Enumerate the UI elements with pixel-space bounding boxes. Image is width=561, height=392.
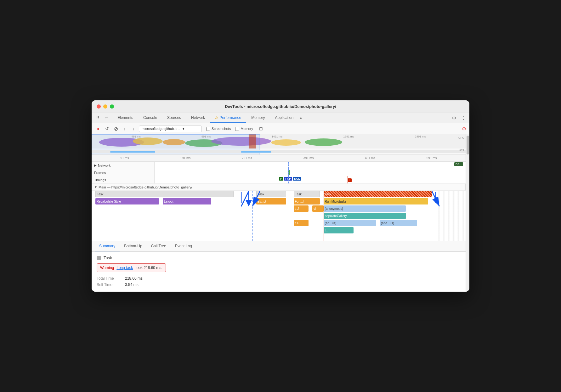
an-us-block[interactable]: (an...us) (324, 220, 376, 226)
scrollbar[interactable] (466, 134, 469, 292)
task-block-3[interactable]: Task (294, 191, 320, 197)
self-time-row: Self Time 3.54 ms (97, 282, 461, 288)
main-track-label[interactable]: ▼ Main — https://microsoftedge.github.io… (92, 184, 466, 190)
red-line-timings (348, 176, 348, 183)
ano-us-block[interactable]: (ano...us) (380, 220, 417, 226)
main-expand-icon[interactable]: ▼ (94, 185, 97, 189)
populate-gallery-block[interactable]: populateGallery (324, 213, 406, 219)
long-task-link[interactable]: Long task (116, 266, 133, 270)
task-block-1[interactable]: Task (95, 191, 234, 197)
window-title: DevTools - microsoftedge.github.io/Demos… (225, 104, 336, 109)
ruler-bottom-4: 391 ms (303, 156, 314, 160)
tab-performance[interactable]: ⚠ ⚠ PerformancePerformance (210, 113, 246, 123)
close-button[interactable] (97, 104, 101, 109)
track-main-header: ▼ Main — https://microsoftedge.github.io… (92, 184, 466, 191)
ti-j-block[interactable]: ti.J (294, 205, 309, 212)
device-icon[interactable]: ▭ (103, 115, 110, 121)
screenshots-checkbox[interactable]: Screenshots (206, 127, 231, 131)
frames-track-content[interactable] (155, 169, 466, 176)
inspect-icon[interactable]: ⠿ (94, 115, 101, 121)
task-color-swatch (97, 256, 101, 260)
svg-rect-12 (110, 151, 155, 153)
dashed-line (288, 162, 289, 169)
total-time-row: Total Time 218.60 ms (97, 275, 461, 282)
tab-bar: ⠿ ▭ Elements Console Sources Network ⚠ ⚠… (92, 113, 469, 123)
svg-point-6 (271, 139, 301, 146)
tab-console[interactable]: Console (138, 113, 162, 123)
f-block[interactable]: f... (324, 227, 354, 233)
ruler-mark-4: 1991 ms (343, 135, 354, 138)
tab-summary[interactable]: Summary (95, 241, 120, 251)
bottom-tabs: Summary Bottom-Up Call Tree Event Log (92, 241, 466, 252)
url-display[interactable]: microsoftedge.github.io ... ▾ (139, 126, 202, 132)
gear-icon[interactable]: ⚙ (450, 115, 457, 121)
tab-network[interactable]: Network (186, 113, 210, 123)
ruler-mark-1: 491 ms (132, 135, 141, 138)
flame-row-5: ti.F (an...us) (ano...us) (92, 220, 466, 227)
flamechart[interactable]: Task Task Task Task Recalculate Style La… (92, 191, 466, 241)
vi-block[interactable]: vi (312, 205, 324, 212)
url-text: microsoftedge.github.io ... (142, 127, 181, 131)
maximize-button[interactable] (110, 104, 114, 109)
frames-track-label[interactable]: Frames (92, 169, 155, 176)
timeline-overview[interactable]: CPU NET 491 ms 991 ms 1491 ms 1991 ms 24… (92, 134, 466, 155)
layout-block[interactable]: Layout (163, 198, 211, 204)
tab-memory[interactable]: Memory (246, 113, 270, 123)
dashed-line-timings (288, 176, 289, 183)
ruler-bottom-1: 91 ms (120, 156, 129, 160)
performance-toolbar: ● ↺ ⊘ ↑ ↓ microsoftedge.github.io ... ▾ … (92, 123, 469, 134)
tab-call-tree[interactable]: Call Tree (147, 241, 171, 251)
network-track-label[interactable]: ▶ Network (92, 162, 155, 169)
timeline-ruler: 91 ms 191 ms 291 ms 391 ms 491 ms 591 ms (92, 155, 466, 162)
recalc-style-block[interactable]: Recalculate Style (95, 198, 159, 204)
warning-label: Warning (100, 266, 114, 270)
download-button[interactable]: ↓ (130, 125, 137, 132)
upload-button[interactable]: ↑ (121, 125, 128, 132)
dashed-line-flame (252, 191, 253, 241)
fun-ll-block[interactable]: Fun...ll (294, 198, 320, 204)
tab-application[interactable]: Application (270, 113, 299, 123)
timeline-overview-container: CPU NET 491 ms 991 ms 1491 ms 1991 ms 24… (92, 134, 466, 241)
ruler-mark-5: 2491 ms (415, 135, 426, 138)
traffic-lights (97, 104, 114, 109)
scrollbar-thumb[interactable] (467, 136, 469, 154)
network-expand-icon[interactable]: ▶ (94, 164, 97, 167)
ruler-mark-3: 1491 ms (272, 135, 283, 138)
flame-row-2: Recalculate Style Layout Ev...pt Fun...l… (92, 198, 466, 205)
net-label: NET (459, 149, 464, 152)
timings-track-label[interactable]: Timings (92, 176, 155, 183)
tab-sources[interactable]: Sources (162, 113, 186, 123)
run-microtasks-block[interactable]: Run Microtasks (324, 198, 428, 204)
red-line-flame (324, 191, 324, 241)
l-timing-area: L (348, 177, 352, 182)
more-options-icon[interactable]: ⋮ (460, 115, 467, 121)
flame-row-6: f... (92, 227, 466, 234)
task-block-long[interactable]: Task (324, 191, 432, 197)
clear-button[interactable]: ⊘ (112, 125, 119, 132)
total-time-label: Total Time (97, 276, 122, 281)
network-track-content[interactable]: DS... (155, 162, 466, 169)
capture-screenshot-icon[interactable]: ⊞ (258, 125, 264, 132)
ruler-bottom-5: 491 ms (365, 156, 375, 160)
performance-settings-icon[interactable]: ⚙ (462, 126, 466, 132)
bottom-panel: Summary Bottom-Up Call Tree Event Log Ta… (92, 241, 466, 292)
flame-row-3: ti.J (anonymous) vi (92, 205, 466, 212)
tab-elements[interactable]: Elements (112, 113, 138, 123)
memory-checkbox[interactable]: Memory (235, 127, 253, 131)
url-dropdown-icon[interactable]: ▾ (183, 127, 184, 131)
tab-bottom-up[interactable]: Bottom-Up (120, 241, 146, 251)
p-badge: P (279, 177, 283, 181)
devtools-window: DevTools - microsoftedge.github.io/Demos… (92, 100, 469, 292)
tab-event-log[interactable]: Event Log (171, 241, 196, 251)
reload-button[interactable]: ↺ (104, 125, 110, 132)
task-block-2[interactable]: Task (256, 191, 286, 197)
summary-content: Task Warning Long task took 218.60 ms. T… (92, 252, 466, 292)
anonymous-block[interactable]: (anonymous) (324, 205, 406, 212)
minimize-button[interactable] (103, 104, 107, 109)
timings-track-content[interactable]: P FCP DCL L 721.3 ms (155, 176, 466, 183)
record-button[interactable]: ● (95, 125, 102, 132)
more-tabs-button[interactable]: » (298, 113, 303, 123)
ev-pt-block[interactable]: Ev...pt (256, 198, 286, 204)
ti-f-block[interactable]: ti.F (294, 220, 309, 226)
warning-row: Warning Long task took 218.60 ms. (97, 263, 166, 272)
